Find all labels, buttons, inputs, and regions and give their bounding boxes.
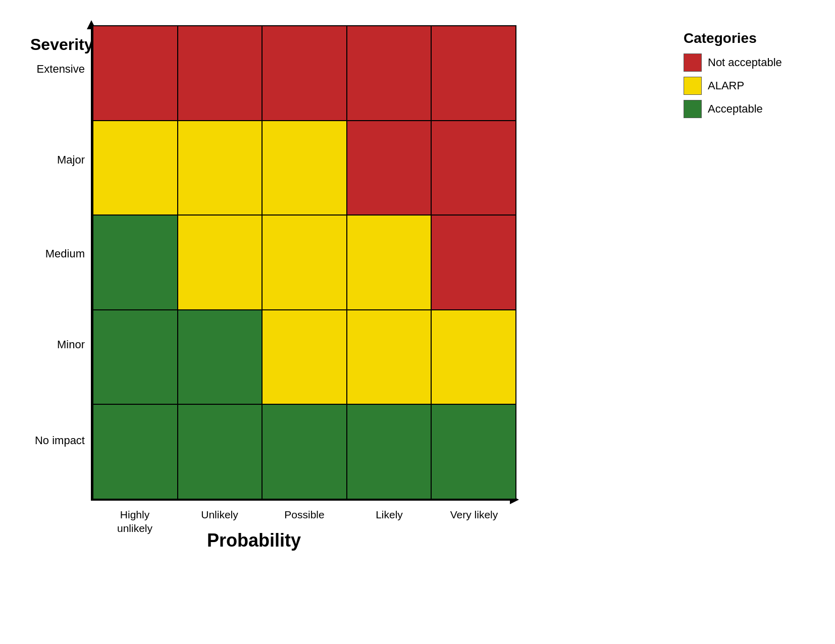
cell-minor-possible [262,310,347,405]
cell-minor-likely [347,310,432,405]
cell-major-unlikely [178,121,263,216]
cell-extensive-highlyunlikely [93,26,178,121]
severity-label-major: Major [57,153,85,167]
severity-labels: Extensive Major Medium Minor No impact [30,25,90,500]
legend: Categories Not acceptable ALARP Acceptab… [684,30,805,123]
prob-label-highlyunlikely: Highlyunlikely [92,506,177,536]
legend-item-notacceptable: Not acceptable [684,53,805,72]
cell-medium-possible [262,215,347,310]
cell-minor-unlikely [178,310,263,405]
cell-noimpact-likely [347,404,432,499]
cell-noimpact-unlikely [178,404,263,499]
prob-label-verylikely: Very likely [432,506,516,536]
severity-label-extensive: Extensive [37,63,85,76]
prob-label-possible: Possible [262,506,347,536]
legend-label-notacceptable: Not acceptable [708,56,782,69]
cell-major-possible [262,121,347,216]
prob-label-unlikely: Unlikely [177,506,262,536]
legend-item-alarp: ALARP [684,77,805,95]
cell-extensive-unlikely [178,26,263,121]
cell-extensive-verylikely [431,26,516,121]
severity-label-minor: Minor [57,338,85,351]
cell-major-highlyunlikely [93,121,178,216]
prob-label-likely: Likely [347,506,432,536]
legend-label-alarp: ALARP [708,79,744,92]
cell-medium-highlyunlikely [93,215,178,310]
probability-labels: Highlyunlikely Unlikely Possible Likely … [92,506,516,536]
cell-extensive-likely [347,26,432,121]
cell-major-verylikely [431,121,516,216]
cell-noimpact-highlyunlikely [93,404,178,499]
cell-extensive-possible [262,26,347,121]
legend-item-acceptable: Acceptable [684,100,805,118]
cell-minor-verylikely [431,310,516,405]
severity-label-noimpact: No impact [35,434,85,447]
chart-container: Severity Probability Extensive Major Med… [30,15,510,570]
legend-label-acceptable: Acceptable [708,102,763,116]
cell-medium-unlikely [178,215,263,310]
cell-medium-likely [347,215,432,310]
cell-major-likely [347,121,432,216]
legend-swatch-green [684,100,702,118]
legend-swatch-yellow [684,77,702,95]
severity-label-medium: Medium [45,247,85,260]
cell-noimpact-verylikely [431,404,516,499]
cell-noimpact-possible [262,404,347,499]
legend-title: Categories [684,30,805,46]
cell-minor-highlyunlikely [93,310,178,405]
legend-swatch-red [684,53,702,72]
risk-matrix-grid [92,25,516,500]
cell-medium-verylikely [431,215,516,310]
